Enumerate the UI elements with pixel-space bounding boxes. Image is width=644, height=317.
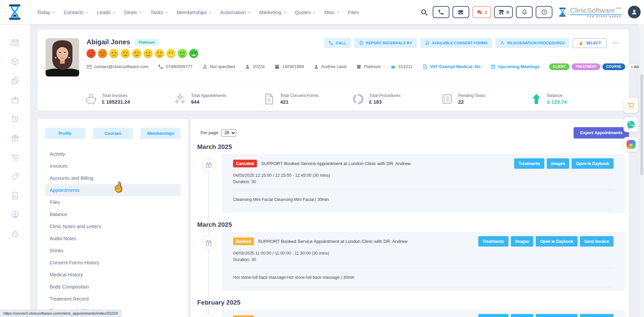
nav-quotes[interactable]: Quotes <box>295 9 315 15</box>
upcoming-meetings-link[interactable]: Upcoming Meetings <box>490 64 540 69</box>
sidebar-lock-icon[interactable] <box>11 229 19 238</box>
nav-today[interactable]: Today <box>37 9 55 15</box>
sidebar-copy-icon[interactable] <box>11 76 19 85</box>
menu-item-drinks[interactable]: Drinks <box>45 245 181 257</box>
nav-misc[interactable]: Misc <box>324 9 339 15</box>
nav-files[interactable]: Files <box>348 9 359 15</box>
mood-face[interactable] <box>98 49 107 58</box>
ai-assistant-button[interactable]: AI <box>624 137 638 152</box>
tab-profile[interactable]: Profile <box>45 128 85 139</box>
nav-tasks[interactable]: Tasks <box>150 9 167 15</box>
treatments-button[interactable]: Treatments <box>514 158 544 169</box>
chat-button[interactable]: 3 <box>472 6 491 18</box>
nav-marketing[interactable]: Marketing <box>259 9 286 15</box>
rejuvenation-procedures-button[interactable]: REJUVENATION PROCEDURES <box>495 38 569 48</box>
mood-face[interactable] <box>178 49 187 58</box>
inbox-button[interactable] <box>452 6 469 18</box>
send-invoice-button[interactable]: Send Invoice <box>580 236 613 247</box>
menu-item-clinic-notes-and-letters[interactable]: Clinic Notes and Letters <box>45 220 181 232</box>
open-in-daybook-button[interactable]: Open In Daybook <box>536 314 578 317</box>
images-button[interactable]: Images <box>547 158 569 169</box>
select-button[interactable]: ☝SELECT <box>573 38 607 48</box>
mood-face[interactable] <box>109 49 118 58</box>
mood-face[interactable] <box>166 49 175 58</box>
label-course[interactable]: COURSE <box>602 63 625 70</box>
sidebar-tag-icon[interactable] <box>11 172 19 181</box>
label-client[interactable]: CLIENT <box>549 63 570 70</box>
sidebar-gift-icon[interactable] <box>11 134 19 143</box>
chevron-down-icon <box>209 10 212 13</box>
sidebar-calendar-icon[interactable] <box>11 38 19 47</box>
help-button[interactable] <box>536 6 552 18</box>
available-consent-forms-button[interactable]: AVAILABLE CONSENT FORMS <box>420 38 492 48</box>
phone-button[interactable] <box>433 6 449 18</box>
tab-courses[interactable]: Courses <box>93 128 133 139</box>
client-header-card: Abigail Jones Platinum contact@cli <box>38 30 629 111</box>
shop-button[interactable]: 0 <box>494 6 513 18</box>
menu-item-consent-forms-history[interactable]: Consent Forms History <box>45 257 181 269</box>
notifications-button[interactable] <box>516 6 533 18</box>
app-logo-hourglass-icon[interactable] <box>6 3 23 21</box>
call-button[interactable]: CALL <box>324 38 351 48</box>
status-badge: Booked <box>233 237 254 245</box>
mood-face[interactable] <box>132 49 141 58</box>
menu-item-medical-history[interactable]: Medical History <box>45 269 181 281</box>
sidebar-report-icon[interactable] <box>11 191 19 200</box>
sidebar-calendar-import-icon[interactable] <box>11 96 19 104</box>
images-button[interactable]: Images <box>511 314 533 317</box>
client-phone[interactable]: 07490009777 <box>158 64 193 69</box>
sidebar-history-icon[interactable] <box>11 115 19 123</box>
mood-face[interactable] <box>155 49 164 58</box>
images-button[interactable]: Images <box>511 236 533 247</box>
sidebar-account-icon[interactable] <box>11 210 19 219</box>
treatments-button[interactable]: Treatments <box>478 314 508 317</box>
sidebar-package-icon[interactable] <box>11 57 19 66</box>
nav-deals[interactable]: Deals <box>124 9 141 15</box>
search-button[interactable] <box>420 8 428 16</box>
phone-icon <box>158 64 163 69</box>
mood-face[interactable] <box>144 49 153 58</box>
menu-item-accounts-and-billing[interactable]: Accounts and Billing <box>45 172 181 184</box>
page-scrollbar[interactable] <box>639 24 644 317</box>
label-treatment[interactable]: TREATMENT <box>572 63 601 70</box>
mood-face[interactable] <box>121 49 130 58</box>
export-appointments-button[interactable]: Export Appointments <box>574 127 629 139</box>
nav-memberships[interactable]: Memberships <box>177 9 211 15</box>
send-invoice-button[interactable]: Send Invoice <box>580 314 613 317</box>
treatments-button[interactable]: Treatments <box>478 236 508 247</box>
nav-leads[interactable]: Leads <box>97 9 115 15</box>
client-assigned-to: Andree Land <box>314 64 346 69</box>
sparkles-icon <box>500 41 505 45</box>
menu-item-body-composition[interactable]: Body Composition <box>45 281 181 293</box>
sidebar-cart-icon[interactable] <box>11 153 19 162</box>
vat-exempt-link[interactable]: VAT Exempt Medical: No <box>422 64 481 69</box>
per-page-select[interactable]: 25 <box>221 129 236 137</box>
whatsapp-button[interactable] <box>624 117 638 132</box>
client-email[interactable]: contact@clinicsoftware.com <box>87 64 148 69</box>
brand-logo[interactable]: ClinicSoftware.com TEN STEPS AHEAD <box>557 6 622 18</box>
menu-item-invoices[interactable]: Invoices <box>45 160 181 172</box>
menu-item-files[interactable]: Files <box>45 196 181 208</box>
quick-cart-button[interactable] <box>624 98 638 113</box>
user-avatar[interactable] <box>628 6 641 18</box>
menu-item-audio-notes[interactable]: Audio Notes <box>45 232 181 245</box>
menu-item-balance[interactable]: Balance <box>45 208 181 220</box>
tab-memberships[interactable]: Memberships <box>141 128 181 139</box>
menu-item-treatment-record[interactable]: Treatment Record <box>45 293 181 305</box>
month-heading: March 2025 <box>197 143 629 151</box>
bell-icon <box>521 9 528 15</box>
nav-contacts[interactable]: Contacts <box>64 9 88 15</box>
open-in-daybook-button[interactable]: Open In Daybook <box>536 236 578 247</box>
scrollbar-thumb[interactable] <box>640 74 643 175</box>
menu-item-activity[interactable]: Activity <box>45 148 181 160</box>
calendar-12-icon <box>490 64 496 69</box>
menu-item-appointments[interactable]: Appointments <box>45 184 181 196</box>
open-in-daybook-button[interactable]: Open In Daybook <box>572 158 613 169</box>
mood-face[interactable] <box>189 49 198 58</box>
ai-icon: AI <box>627 140 636 149</box>
chat-icon <box>476 9 483 15</box>
more-options-button[interactable] <box>610 38 620 48</box>
report-referrals-button[interactable]: REPORT REFERRALS BY <box>354 38 417 48</box>
mood-face[interactable] <box>87 49 96 58</box>
nav-automation[interactable]: Automation <box>220 9 250 15</box>
